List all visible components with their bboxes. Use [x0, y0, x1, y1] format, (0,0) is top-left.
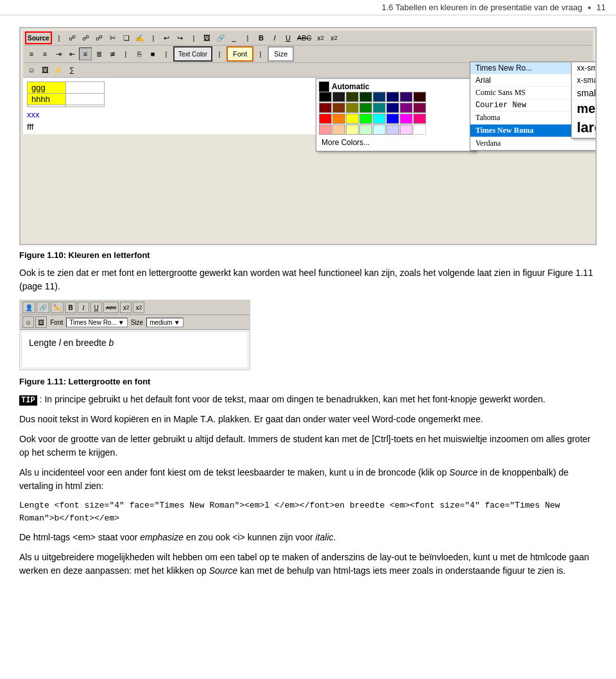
size-small[interactable]: small	[572, 87, 597, 100]
swatch[interactable]	[346, 114, 359, 124]
tb-align2[interactable]: ≣	[92, 47, 105, 60]
tb-image2[interactable]: 🖼	[38, 64, 51, 76]
tb-sup[interactable]: x2	[328, 31, 341, 44]
tb-link[interactable]: 🔗	[214, 31, 227, 44]
swatch[interactable]	[332, 114, 345, 124]
table-row	[28, 105, 105, 107]
tb-align1[interactable]: ≡	[79, 47, 92, 60]
header-page-number: 11	[597, 3, 606, 12]
swatch[interactable]	[386, 92, 399, 102]
f2-btn-img2[interactable]: 🔗	[37, 302, 49, 313]
tb-align3[interactable]: ≢	[106, 47, 119, 60]
tb-flash[interactable]: ⚡	[52, 64, 65, 76]
swatch[interactable]	[413, 125, 426, 135]
size-xxsmall[interactable]: xx-small	[572, 62, 597, 74]
tb-indent1[interactable]: ⇥	[52, 47, 65, 60]
swatch[interactable]	[400, 114, 413, 124]
swatch[interactable]	[373, 103, 386, 113]
swatch[interactable]	[386, 103, 399, 113]
table-row: hhhh	[28, 94, 105, 105]
size-medium[interactable]: medium	[572, 100, 597, 118]
size-button[interactable]: Size	[268, 46, 294, 62]
swatch[interactable]	[359, 114, 372, 124]
tb-list2[interactable]: ≡	[38, 47, 51, 60]
swatch[interactable]	[346, 103, 359, 113]
tb-copy[interactable]: ❏	[120, 31, 133, 44]
tb-italic[interactable]: I	[268, 31, 281, 44]
swatch[interactable]	[400, 125, 413, 135]
tb-paste[interactable]: ✍	[133, 31, 146, 44]
swatch[interactable]	[319, 125, 332, 135]
tb-format1[interactable]: ☍	[66, 31, 79, 44]
tb-table[interactable]: ⎘	[133, 47, 146, 60]
swatch[interactable]	[386, 114, 399, 124]
tb-table2[interactable]: ■	[146, 47, 159, 60]
header-title: 1.6 Tabellen en kleuren in de presentati…	[382, 3, 583, 12]
swatch[interactable]	[413, 114, 426, 124]
f2-btn-sup[interactable]: x2	[133, 302, 144, 313]
tb-sub[interactable]: x2	[314, 31, 327, 44]
tb-undo[interactable]: ↩	[160, 31, 173, 44]
tb-math[interactable]: ∑	[65, 64, 78, 76]
auto-color-label: Automatic	[319, 82, 473, 92]
swatch[interactable]	[319, 114, 332, 124]
f2-btn-bold[interactable]: B	[65, 302, 76, 313]
tb-smiley[interactable]: ☺	[25, 64, 38, 76]
tb-format2[interactable]: ☍	[80, 31, 92, 44]
swatch[interactable]	[400, 103, 413, 113]
font-item-verdana[interactable]: Verdana	[470, 137, 597, 150]
f2-btn-italic[interactable]: I	[78, 302, 89, 313]
swatch[interactable]	[319, 103, 332, 113]
tb-format3[interactable]: ☍	[93, 31, 106, 44]
tb-indent2[interactable]: ⇤	[65, 47, 78, 60]
swatch[interactable]	[413, 92, 426, 102]
code-text: Lengte <font size="4" face="Times New Ro…	[19, 499, 597, 524]
f2-pic[interactable]: 🖼	[35, 316, 47, 328]
tb-cut[interactable]: ✄	[107, 31, 119, 44]
swatch[interactable]	[332, 92, 345, 102]
figure2-toolbar-row1: 👤 🔗 ✏️ B I U ABC x2 x2	[20, 300, 250, 315]
more-colors-link[interactable]: More Colors...	[319, 137, 473, 148]
cell-empty1	[66, 82, 105, 94]
body-tip: TIP: In principe gebruikt u het default …	[19, 393, 597, 406]
swatch[interactable]	[332, 125, 345, 135]
tb-strike[interactable]: ABC	[295, 31, 314, 44]
tb-redo[interactable]: ↪	[174, 31, 187, 44]
tb-list1[interactable]: ≡	[25, 47, 38, 60]
swatch[interactable]	[400, 92, 413, 102]
swatch[interactable]	[373, 125, 386, 135]
font-button[interactable]: Font	[227, 46, 253, 62]
swatch[interactable]	[359, 92, 372, 102]
f2-btn-sub[interactable]: x2	[120, 302, 132, 313]
f2-font-select[interactable]: Times New Ro... ▼	[66, 318, 127, 327]
swatch[interactable]	[373, 114, 386, 124]
swatch[interactable]	[359, 125, 372, 135]
page-header: 1.6 Tabellen en kleuren in de presentati…	[0, 0, 616, 15]
tb-underline[interactable]: U	[282, 31, 295, 44]
cell-empty4	[66, 105, 105, 107]
tb-img[interactable]: 🖼	[201, 31, 214, 44]
size-large[interactable]: large	[572, 118, 597, 138]
swatch[interactable]	[319, 92, 332, 102]
f2-btn-underline[interactable]: U	[90, 302, 102, 313]
source-button[interactable]: Source	[25, 31, 52, 44]
tb-bold[interactable]: B	[255, 31, 268, 44]
f2-smiley[interactable]: ☺	[22, 316, 34, 328]
swatch[interactable]	[413, 103, 426, 113]
cell-ggg: ggg	[28, 82, 66, 94]
f2-btn-pen[interactable]: ✏️	[51, 302, 64, 313]
swatch[interactable]	[373, 92, 386, 102]
f2-btn-img[interactable]: 👤	[22, 302, 35, 313]
swatch[interactable]	[386, 125, 399, 135]
f2-btn-strike[interactable]: ABC	[103, 302, 119, 313]
swatch[interactable]	[332, 103, 345, 113]
swatch[interactable]	[346, 92, 359, 102]
tb-rule[interactable]: ⎯	[228, 31, 241, 44]
size-dropdown: xx-small x-small small medium large	[571, 62, 597, 139]
swatch[interactable]	[346, 125, 359, 135]
text-color-button[interactable]: Text Color	[173, 46, 212, 62]
size-xsmall[interactable]: x-small	[572, 74, 597, 87]
swatch[interactable]	[359, 103, 372, 113]
f2-size-select[interactable]: medium ▼	[146, 318, 183, 327]
table-row: ggg	[28, 82, 105, 94]
